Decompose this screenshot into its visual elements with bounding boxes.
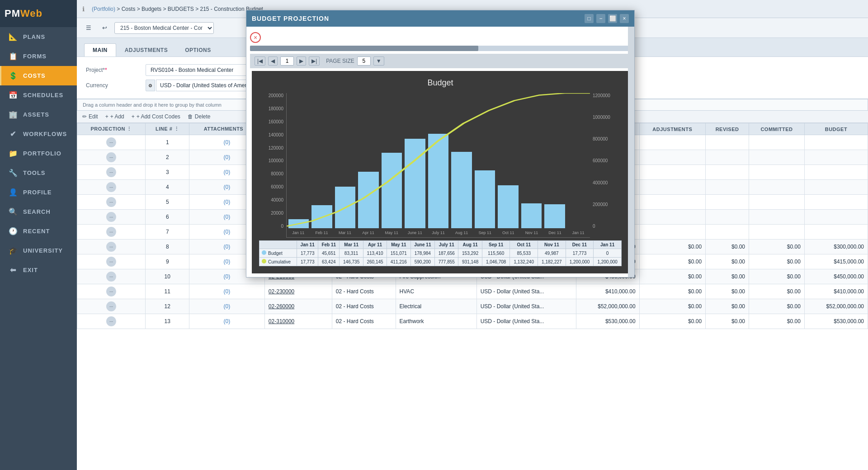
add-button[interactable]: + + Add — [105, 113, 124, 120]
sidebar-item-schedules[interactable]: 📅 SCHEDULES — [0, 85, 77, 105]
currency-label: Currency — [86, 82, 140, 89]
row-committed: $0.00 — [749, 284, 805, 299]
page-size-input[interactable] — [357, 56, 371, 66]
row-actions[interactable]: ··· — [77, 195, 146, 210]
modal-content: × |◀ ◀ ▶ ▶| PAGE SIZE ▼ Budget — [246, 27, 634, 277]
horizontal-scrollbar[interactable] — [250, 46, 631, 51]
row-attachments[interactable]: (0) — [189, 299, 265, 314]
row-cost-code[interactable]: 02-260000 — [264, 299, 332, 314]
sidebar-item-workflows[interactable]: ✔ WORKFLOWS — [0, 124, 77, 144]
forms-icon: 📋 — [9, 52, 18, 61]
sidebar-item-university[interactable]: 🎓 UNIVERSITY — [0, 241, 77, 260]
chart-x-label: July 11 — [427, 228, 450, 237]
breadcrumb-portfolio[interactable]: (Portfolio) — [92, 6, 115, 12]
project-select[interactable]: 215 - Boston Medical Center - Const... — [114, 22, 214, 34]
page-last-btn[interactable]: ▶| — [309, 56, 320, 66]
modal-close-circle[interactable]: × — [250, 32, 261, 43]
row-actions[interactable]: ··· — [77, 165, 146, 180]
row-adjustments — [639, 135, 705, 150]
info-icon[interactable]: ℹ — [82, 5, 85, 13]
currency-settings-btn[interactable]: ⚙ — [146, 80, 155, 91]
row-attachments[interactable]: (0) — [189, 284, 265, 299]
row-attachments[interactable]: (0) — [189, 314, 265, 329]
row-actions[interactable]: ··· — [77, 240, 146, 254]
row-line: 2 — [146, 150, 189, 165]
row-total-budget: $415,000.00 — [804, 254, 868, 269]
chart-x-label: Sep 11 — [473, 228, 497, 237]
profile-icon: 👤 — [9, 188, 18, 197]
sidebar-item-search[interactable]: 🔍 SEARCH — [0, 202, 77, 221]
row-actions[interactable]: ··· — [77, 314, 146, 329]
chart-bar — [521, 203, 542, 228]
chart-y-axis-right: 1200000 1000000 800000 600000 400000 200… — [590, 93, 622, 238]
row-actions[interactable]: ··· — [77, 299, 146, 314]
row-budget: $530,000.00 — [576, 314, 639, 329]
page-next-btn[interactable]: ▶ — [297, 56, 306, 66]
chart-bar — [475, 170, 495, 228]
edit-button[interactable]: ✏ Edit — [82, 113, 98, 120]
row-actions[interactable]: ··· — [77, 180, 146, 195]
sidebar-bottom: 👤 PROFILE 🔍 SEARCH 🕐 RECENT 🎓 UNIVERSITY… — [0, 183, 77, 284]
sidebar-label-forms: FORMS — [23, 53, 47, 60]
row-revised: $0.00 — [706, 284, 749, 299]
exit-icon: ⬅ — [9, 266, 18, 274]
row-actions[interactable]: ··· — [77, 284, 146, 299]
chart-bar-group — [544, 204, 565, 228]
sidebar-item-portfolio[interactable]: 📁 PORTFOLIO — [0, 144, 77, 163]
sidebar-item-profile[interactable]: 👤 PROFILE — [0, 183, 77, 202]
pagination-bar: |◀ ◀ ▶ ▶| PAGE SIZE ▼ — [250, 54, 631, 68]
page-first-btn[interactable]: |◀ — [255, 56, 265, 66]
page-prev-btn[interactable]: ◀ — [268, 56, 278, 66]
sidebar-item-exit[interactable]: ⬅ EXIT — [0, 260, 77, 280]
page-number-input[interactable] — [280, 56, 294, 66]
row-actions[interactable]: ··· — [77, 210, 146, 225]
logo-web: Web — [20, 8, 42, 19]
sidebar-item-recent[interactable]: 🕐 RECENT — [0, 221, 77, 241]
row-actions[interactable]: ··· — [77, 225, 146, 240]
add-cost-codes-button[interactable]: + + Add Cost Codes — [132, 113, 180, 120]
modal-restore-btn[interactable]: □ — [585, 14, 594, 23]
chart-bars — [287, 93, 590, 228]
modal-maximize-btn[interactable]: ⬜ — [608, 14, 617, 23]
list-view-button[interactable]: ☰ — [82, 23, 95, 33]
row-total-budget — [804, 180, 868, 195]
sidebar-item-assets[interactable]: 🏢 ASSETS — [0, 105, 77, 124]
page-size-dropdown-btn[interactable]: ▼ — [373, 56, 384, 66]
breadcrumb-sep2: > — [137, 6, 142, 12]
breadcrumb-budgets: Budgets — [142, 6, 161, 12]
schedules-icon: 📅 — [9, 91, 18, 99]
modal-minimize-btn[interactable]: − — [596, 14, 605, 23]
delete-icon: 🗑 — [188, 113, 193, 120]
delete-button[interactable]: 🗑 Delete — [188, 113, 211, 120]
sidebar-label-assets: ASSETS — [23, 111, 49, 118]
row-actions[interactable]: ··· — [77, 150, 146, 165]
sidebar-item-costs[interactable]: 💲 COSTS — [0, 66, 77, 85]
row-actions[interactable]: ··· — [77, 269, 146, 284]
row-currency: USD - Dollar (United Sta... — [476, 284, 576, 299]
undo-button[interactable]: ↩ — [99, 23, 111, 33]
sidebar-item-plans[interactable]: 📐 PLANS — [0, 27, 77, 47]
row-line: 5 — [146, 195, 189, 210]
modal-header: BUDGET PROJECTION □ − ⬜ × — [246, 10, 634, 27]
delete-label: Delete — [195, 113, 211, 120]
tab-options[interactable]: OPTIONS — [176, 43, 220, 56]
row-cost-code[interactable]: 02-230000 — [264, 284, 332, 299]
modal-close-btn[interactable]: × — [620, 14, 629, 23]
sidebar-item-forms[interactable]: 📋 FORMS — [0, 47, 77, 66]
sidebar-item-tools[interactable]: 🔧 TOOLS — [0, 163, 77, 183]
chart-bar — [288, 219, 309, 228]
row-total-budget: $52,000,000.00 — [804, 299, 868, 314]
tab-adjustments[interactable]: ADJUSTMENTS — [116, 43, 177, 56]
page-size-label: PAGE SIZE — [326, 58, 354, 64]
tab-main[interactable]: MAIN — [84, 43, 116, 56]
row-committed: $0.00 — [749, 240, 805, 254]
row-actions[interactable]: ··· — [77, 254, 146, 269]
row-actions[interactable]: ··· — [77, 135, 146, 150]
row-cost-code[interactable]: 02-310000 — [264, 314, 332, 329]
tools-icon: 🔧 — [9, 169, 18, 177]
assets-icon: 🏢 — [9, 110, 18, 119]
modal-scrollbar[interactable] — [628, 27, 634, 277]
row-revised: $0.00 — [706, 299, 749, 314]
add-cost-codes-icon: + — [132, 113, 135, 120]
sidebar-label-tools: TOOLS — [23, 169, 46, 176]
